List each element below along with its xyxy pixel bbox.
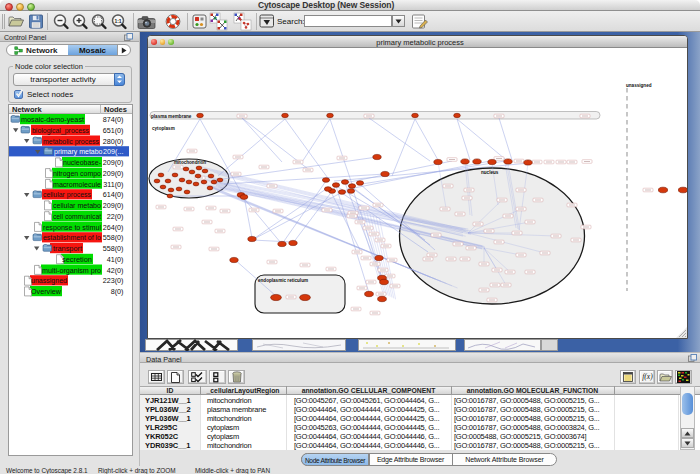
svg-text:311(0): 311(0): [103, 180, 123, 189]
svg-text:biological_process: biological_process: [32, 126, 89, 135]
svg-text:614(0): 614(0): [103, 190, 124, 199]
svg-text:1:1: 1:1: [114, 18, 121, 24]
svg-text:secretion: secretion: [62, 255, 92, 264]
svg-text:endoplasmic reticulum: endoplasmic reticulum: [258, 278, 308, 283]
svg-text:Overview: Overview: [31, 287, 61, 296]
svg-text:8(0): 8(0): [111, 287, 124, 296]
svg-text:209(...: 209(...: [103, 147, 123, 156]
svg-text:mosaic-demo-yeast: mosaic-demo-yeast: [21, 115, 85, 124]
svg-text:unassigned: unassigned: [626, 83, 652, 88]
svg-text:264(0): 264(0): [103, 223, 124, 232]
svg-text:651(0): 651(0): [103, 126, 124, 135]
svg-text:nucleus: nucleus: [481, 170, 499, 175]
svg-text:280(0): 280(0): [103, 137, 124, 146]
svg-text:223(0): 223(0): [103, 276, 124, 285]
svg-text:cellular metabo: cellular metabo: [53, 201, 101, 210]
svg-text:41(0): 41(0): [107, 255, 124, 264]
svg-text:558(0): 558(0): [103, 233, 124, 242]
svg-text:nucleobase-: nucleobase-: [63, 158, 101, 167]
svg-text:cellular process: cellular process: [43, 190, 91, 199]
svg-text:mitochondrion: mitochondrion: [174, 160, 206, 165]
svg-text:209(0): 209(0): [103, 201, 124, 210]
svg-text:22(0): 22(0): [107, 212, 124, 221]
svg-text:primary metabo: primary metabo: [54, 147, 103, 156]
svg-text:42(0): 42(0): [107, 266, 124, 275]
svg-text:transport: transport: [53, 244, 83, 253]
svg-text:unassigned: unassigned: [31, 276, 67, 285]
svg-text:establishment of lo: establishment of lo: [43, 233, 101, 242]
svg-text:874(0): 874(0): [103, 115, 124, 124]
svg-text:macromolecule: macromolecule: [53, 180, 101, 189]
svg-text:plasma membrane: plasma membrane: [151, 114, 192, 119]
svg-text:558(0): 558(0): [103, 244, 124, 253]
svg-text:response to stimul: response to stimul: [43, 223, 101, 232]
svg-text:cytoplasm: cytoplasm: [152, 126, 175, 131]
svg-text:cell communicat: cell communicat: [53, 212, 102, 221]
svg-text:metabolic process: metabolic process: [43, 137, 99, 146]
svg-text:209(0): 209(0): [103, 158, 124, 167]
svg-text:multi-organism pro: multi-organism pro: [42, 266, 101, 275]
svg-text:209(0): 209(0): [103, 169, 124, 178]
svg-text:nitrogen compo: nitrogen compo: [53, 169, 101, 178]
